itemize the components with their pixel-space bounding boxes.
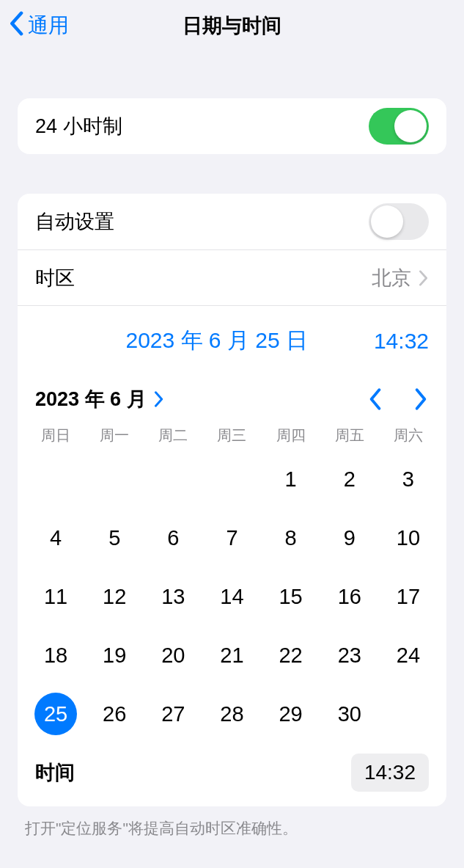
weekday-label: 周五 bbox=[320, 426, 379, 445]
row-timezone-value: 北京 bbox=[372, 265, 411, 291]
date-cell[interactable]: 27 bbox=[144, 685, 202, 743]
date-cell[interactable]: 5 bbox=[85, 508, 144, 567]
date-cell-empty bbox=[144, 450, 202, 508]
time-picker-button[interactable]: 14:32 bbox=[351, 754, 429, 792]
date-cell[interactable]: 13 bbox=[144, 567, 202, 626]
date-cell[interactable]: 26 bbox=[85, 685, 144, 743]
date-number: 14 bbox=[210, 575, 253, 618]
row-24hour: 24 小时制 bbox=[18, 98, 446, 154]
row-24hour-label: 24 小时制 bbox=[35, 113, 122, 139]
date-number: 8 bbox=[270, 517, 312, 559]
chevron-right-icon bbox=[419, 270, 429, 286]
date-display[interactable]: 2023 年 6 月 25 日 bbox=[125, 326, 307, 356]
date-cell[interactable]: 2 bbox=[320, 450, 379, 508]
weekday-label: 周日 bbox=[26, 426, 85, 445]
date-cell[interactable]: 17 bbox=[379, 567, 438, 626]
next-month-button[interactable] bbox=[413, 387, 429, 411]
date-cell[interactable]: 18 bbox=[26, 626, 85, 685]
weekday-label: 周四 bbox=[262, 426, 320, 445]
date-number: 2 bbox=[328, 458, 371, 500]
date-number: 1 bbox=[270, 458, 312, 500]
date-number: 21 bbox=[210, 634, 253, 676]
date-cell-empty bbox=[26, 450, 85, 508]
date-number: 18 bbox=[34, 634, 77, 676]
date-number: 7 bbox=[210, 517, 253, 559]
chevron-left-icon bbox=[9, 11, 23, 41]
toggle-24hour[interactable] bbox=[369, 108, 429, 145]
footer-hint: 打开"定位服务"将提高自动时区准确性。 bbox=[25, 818, 439, 839]
weekday-label: 周六 bbox=[379, 426, 438, 445]
date-number: 9 bbox=[328, 517, 371, 559]
date-cell[interactable]: 21 bbox=[202, 626, 261, 685]
date-cell[interactable]: 22 bbox=[262, 626, 320, 685]
date-cell[interactable]: 20 bbox=[144, 626, 202, 685]
page-title: 日期与时间 bbox=[0, 12, 464, 39]
date-cell[interactable]: 30 bbox=[320, 685, 379, 743]
row-auto-set: 自动设置 bbox=[18, 194, 446, 249]
date-number: 4 bbox=[34, 517, 77, 559]
weekday-label: 周一 bbox=[85, 426, 144, 445]
date-number: 22 bbox=[270, 634, 312, 676]
back-button[interactable]: 通用 bbox=[0, 11, 69, 41]
date-number: 17 bbox=[387, 575, 430, 618]
date-cell[interactable]: 24 bbox=[379, 626, 438, 685]
date-cell[interactable]: 16 bbox=[320, 567, 379, 626]
date-cell[interactable]: 29 bbox=[262, 685, 320, 743]
date-cell[interactable]: 11 bbox=[26, 567, 85, 626]
date-number: 27 bbox=[152, 693, 194, 735]
date-number: 12 bbox=[93, 575, 136, 618]
date-cell[interactable]: 3 bbox=[379, 450, 438, 508]
group-main: 自动设置 时区 北京 2023 年 6 月 25 日 14:32 2023 年 … bbox=[18, 194, 446, 806]
date-cell[interactable]: 25 bbox=[26, 685, 85, 743]
date-number: 3 bbox=[387, 458, 430, 500]
date-cell-empty bbox=[85, 450, 144, 508]
date-cell[interactable]: 15 bbox=[262, 567, 320, 626]
date-number: 15 bbox=[270, 575, 312, 618]
date-cell[interactable]: 1 bbox=[262, 450, 320, 508]
date-number: 28 bbox=[210, 693, 253, 735]
date-number: 26 bbox=[93, 693, 136, 735]
row-timezone[interactable]: 时区 北京 bbox=[18, 249, 446, 305]
date-number: 29 bbox=[270, 693, 312, 735]
back-label: 通用 bbox=[28, 12, 69, 40]
date-cell[interactable]: 12 bbox=[85, 567, 144, 626]
date-cell[interactable]: 6 bbox=[144, 508, 202, 567]
date-cell[interactable]: 4 bbox=[26, 508, 85, 567]
date-number: 13 bbox=[152, 575, 194, 618]
date-number: 20 bbox=[152, 634, 194, 676]
date-cell[interactable]: 9 bbox=[320, 508, 379, 567]
date-cell[interactable]: 28 bbox=[202, 685, 261, 743]
date-cell[interactable]: 7 bbox=[202, 508, 261, 567]
toggle-auto-set[interactable] bbox=[369, 203, 429, 240]
date-number: 23 bbox=[328, 634, 371, 676]
row-timezone-label: 时区 bbox=[35, 265, 75, 291]
date-number: 10 bbox=[387, 517, 430, 559]
date-cell[interactable]: 23 bbox=[320, 626, 379, 685]
row-time: 时间 14:32 bbox=[18, 749, 446, 806]
chevron-right-icon bbox=[154, 391, 164, 407]
date-cell[interactable]: 10 bbox=[379, 508, 438, 567]
month-label: 2023 年 6 月 bbox=[35, 386, 147, 412]
month-picker-button[interactable]: 2023 年 6 月 bbox=[35, 386, 164, 412]
date-number: 24 bbox=[387, 634, 430, 676]
date-number: 16 bbox=[328, 575, 371, 618]
prev-month-button[interactable] bbox=[367, 387, 383, 411]
group-24hour: 24 小时制 bbox=[18, 98, 446, 154]
time-row-label: 时间 bbox=[35, 759, 75, 786]
date-number: 30 bbox=[328, 693, 371, 735]
time-display[interactable]: 14:32 bbox=[374, 329, 429, 354]
date-cell[interactable]: 19 bbox=[85, 626, 144, 685]
date-number: 11 bbox=[34, 575, 77, 618]
date-number: 25 bbox=[34, 693, 77, 735]
date-cell-empty bbox=[202, 450, 261, 508]
weekday-label: 周二 bbox=[144, 426, 202, 445]
date-cell[interactable]: 14 bbox=[202, 567, 261, 626]
weekday-label: 周三 bbox=[202, 426, 261, 445]
date-cell[interactable]: 8 bbox=[262, 508, 320, 567]
date-number: 6 bbox=[152, 517, 194, 559]
row-auto-set-label: 自动设置 bbox=[35, 208, 114, 235]
row-datetime-display: 2023 年 6 月 25 日 14:32 bbox=[18, 305, 446, 376]
date-number: 5 bbox=[93, 517, 136, 559]
date-number: 19 bbox=[93, 634, 136, 676]
